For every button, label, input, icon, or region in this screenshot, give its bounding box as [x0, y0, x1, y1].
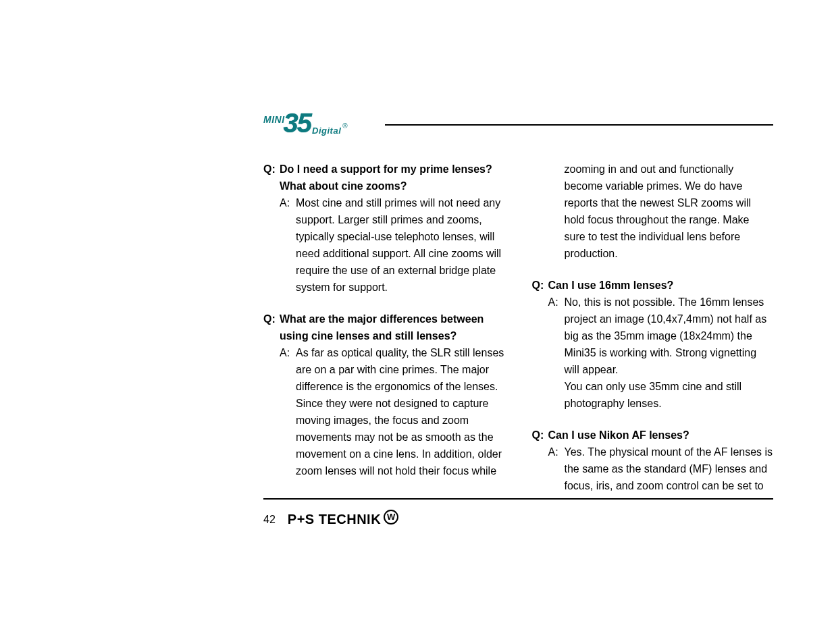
column-right: zooming in and out and functionally beco… [532, 161, 774, 495]
answer-text: Yes. The physical mount of the AF lenses… [565, 444, 774, 494]
question-label: Q: [263, 311, 280, 344]
header-divider [385, 124, 773, 126]
content-columns: Q: Do I need a support for my prime lens… [263, 161, 773, 495]
brand-w-mark-icon: W [384, 510, 398, 525]
question-text: What are the major differences between u… [280, 311, 505, 344]
page-header: MINI 35 Digital ® [263, 113, 773, 140]
question-text: Can I use Nikon AF lenses? [548, 427, 689, 444]
qa-block-1: Q: Do I need a support for my prime lens… [263, 161, 505, 296]
logo-35-text: 35 [284, 109, 311, 136]
qa-continuation: zooming in and out and functionally beco… [532, 161, 774, 262]
answer-label: A: [280, 194, 296, 296]
logo-mini-text: MINI [263, 114, 285, 125]
question-text: Can I use 16mm lenses? [548, 277, 674, 294]
answer-text: As far as optical quality, the SLR still… [296, 344, 505, 479]
page-footer: 42 P+S TECHNIK W [263, 512, 398, 527]
brand-text: P+S TECHNIK [288, 512, 381, 527]
answer-text-extra: You can only use 35mm cine and still pho… [532, 378, 774, 412]
answer-label: A: [280, 344, 296, 479]
page-number: 42 [263, 514, 276, 526]
document-page: MINI 35 Digital ® Q: Do I need a support… [0, 0, 834, 644]
question-label: Q: [532, 427, 548, 444]
qa-block-2: Q: What are the major differences betwee… [263, 311, 505, 479]
ps-technik-logo: P+S TECHNIK W [288, 512, 398, 527]
question-label: Q: [263, 161, 280, 194]
logo-digital-text: Digital [312, 126, 341, 136]
answer-continuation-text: zooming in and out and functionally beco… [532, 161, 774, 262]
column-left: Q: Do I need a support for my prime lens… [263, 161, 505, 495]
qa-block-4: Q: Can I use Nikon AF lenses? A: Yes. Th… [532, 427, 774, 494]
answer-text: Most cine and still primes will not need… [296, 194, 505, 296]
footer-divider [263, 498, 773, 500]
question-text: Do I need a support for my prime lenses?… [280, 161, 505, 194]
question-label: Q: [532, 277, 548, 294]
logo-registered-icon: ® [342, 122, 347, 130]
mini35-logo: MINI 35 Digital ® [263, 109, 348, 136]
answer-text: No, this is not possible. The 16mm lense… [565, 294, 774, 378]
answer-label: A: [548, 294, 565, 378]
answer-label: A: [548, 444, 565, 494]
qa-block-3: Q: Can I use 16mm lenses? A: No, this is… [532, 277, 774, 412]
